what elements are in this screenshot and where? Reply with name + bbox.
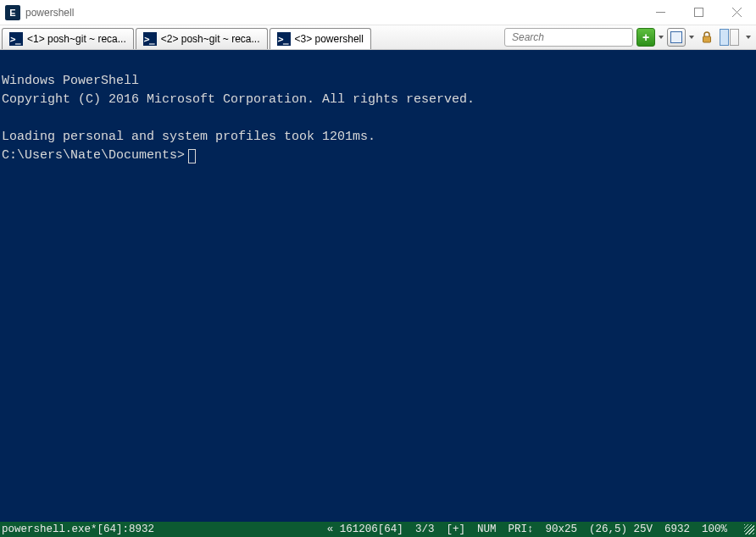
tab-3[interactable]: >_ <3> powershell	[270, 28, 371, 49]
new-tab-button[interactable]: +	[636, 28, 655, 47]
maximize-icon	[694, 8, 703, 17]
status-tabs-count: 3/3	[415, 523, 435, 535]
layout-dropdown[interactable]	[689, 36, 694, 39]
minimize-button[interactable]	[642, 0, 680, 25]
tab-toolbar: >_ <1> posh~git ~ reca... >_ <2> posh~gi…	[0, 25, 756, 50]
maximize-button[interactable]	[680, 0, 718, 25]
status-cursor-pos: (26,5) 25V	[589, 523, 653, 535]
status-build: « 161206[64]	[327, 523, 403, 535]
status-numlock: NUM	[477, 523, 497, 535]
minimize-icon	[656, 8, 665, 17]
toolbar-right: +	[504, 25, 756, 49]
status-size: 90x25	[545, 523, 577, 535]
terminal-output[interactable]: Windows PowerShell Copyright (C) 2016 Mi…	[0, 50, 756, 522]
powershell-icon: >_	[143, 32, 157, 46]
app-icon: E	[5, 5, 20, 20]
app-icon-letter: E	[9, 8, 15, 18]
status-bar: powershell.exe*[64]:8932 « 161206[64] 3/…	[0, 522, 756, 537]
pane-split-button[interactable]	[720, 29, 740, 46]
tab-label: <2> posh~git ~ reca...	[161, 33, 260, 45]
pane-left-icon	[720, 29, 729, 46]
pane-right-icon	[730, 29, 739, 46]
status-plus: [+]	[446, 523, 465, 535]
terminal-line: Windows PowerShell	[2, 74, 139, 88]
svg-rect-1	[695, 8, 703, 17]
tab-2[interactable]: >_ <2> posh~git ~ reca...	[136, 28, 268, 49]
square-icon	[670, 31, 682, 43]
powershell-icon: >_	[9, 32, 23, 46]
tab-label: <3> powershell	[295, 33, 364, 45]
lock-button[interactable]	[698, 28, 716, 47]
close-icon	[732, 8, 742, 17]
plus-icon: +	[642, 31, 649, 43]
search-input[interactable]	[512, 31, 640, 43]
titlebar: E powershell	[0, 0, 756, 25]
status-pid: 6932	[664, 523, 690, 535]
powershell-icon: >_	[277, 32, 291, 46]
search-box[interactable]	[504, 28, 633, 47]
terminal-line: Loading personal and system profiles too…	[2, 130, 375, 144]
status-process: powershell.exe*[64]:8932	[2, 523, 154, 535]
status-zoom: 100%	[702, 523, 727, 535]
resize-grip[interactable]	[744, 524, 754, 534]
tab-1[interactable]: >_ <1> posh~git ~ reca...	[2, 28, 134, 49]
menu-dropdown[interactable]	[746, 36, 751, 39]
layout-button[interactable]	[667, 28, 686, 47]
new-tab-dropdown[interactable]	[659, 36, 664, 39]
lock-icon	[700, 30, 714, 44]
close-button[interactable]	[718, 0, 756, 25]
cursor	[188, 149, 196, 163]
svg-rect-6	[703, 36, 711, 42]
terminal-line: Copyright (C) 2016 Microsoft Corporation…	[2, 92, 475, 107]
terminal-prompt: C:\Users\Nate\Documents>	[2, 147, 185, 165]
status-priority: PRI↕	[508, 523, 533, 535]
window-title: powershell	[25, 7, 74, 19]
tab-label: <1> posh~git ~ reca...	[27, 33, 126, 45]
